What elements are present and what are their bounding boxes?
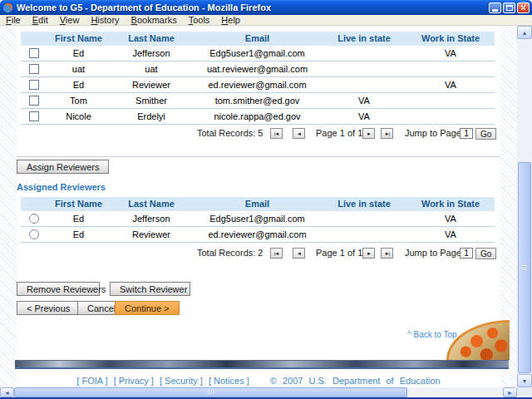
vertical-scrollbar[interactable]: ▲ ▼ (517, 26, 532, 387)
cell-last-name: Jefferson (110, 46, 193, 62)
continue-button[interactable]: Continue > (115, 301, 180, 315)
cell-first-name: Tom (47, 93, 110, 109)
back-to-top-label: Back to Top (413, 330, 456, 339)
cell-email: Edg5user1@gmail.com (193, 46, 322, 62)
previous-button[interactable]: < Previous (17, 301, 80, 315)
window-title: Welcome to G5 - Department of Education … (17, 2, 487, 12)
next-page-icon: ► (367, 131, 371, 136)
total-records-label: Total Records: 5 (197, 126, 263, 140)
cell-email: nicole.rappa@ed.gov (193, 109, 322, 125)
menu-file[interactable]: File (0, 15, 27, 26)
available-reviewers-table: First Name Last Name Email Live in state… (21, 32, 495, 125)
available-pagination: Total Records: 5 |◄ ◄ Page 1 of 1 ► ►| J… (0, 126, 517, 140)
cell-email: uat.reviewer@gmail.com (193, 62, 322, 77)
menu-history[interactable]: History (85, 15, 125, 26)
back-to-top-link[interactable]: ^ Back to Top (407, 330, 457, 339)
cell-email: tom.smither@ed.gov (193, 93, 322, 109)
previous-page-button[interactable]: ◄ (293, 128, 305, 139)
jump-to-page-input[interactable] (460, 248, 473, 259)
cell-last-name: Reviewer (110, 227, 193, 243)
row-checkbox[interactable] (29, 96, 39, 106)
column-header-select (21, 197, 47, 211)
first-page-button[interactable]: |◄ (270, 128, 283, 139)
vertical-scrollbar-thumb[interactable] (518, 162, 531, 373)
copyright-text: © 2007 U.S. Department of Education (270, 376, 441, 386)
minimize-icon (492, 9, 498, 12)
menu-tools[interactable]: Tools (183, 15, 216, 26)
cell-first-name: Ed (47, 46, 110, 62)
go-button[interactable]: Go (475, 248, 496, 259)
cell-work-in-state: VA (406, 77, 495, 93)
cell-email: ed.reviewer@gmail.com (193, 77, 322, 93)
menu-edit[interactable]: Edit (27, 15, 54, 26)
menu-bookmarks[interactable]: Bookmarks (126, 15, 183, 26)
row-checkbox[interactable] (29, 80, 39, 90)
section-divider (17, 156, 500, 157)
row-select-cell (21, 62, 47, 77)
row-select-cell (21, 227, 47, 243)
cell-last-name: Smither (110, 93, 193, 109)
jump-to-page-label: Jump to Page (405, 246, 461, 260)
caret-up-icon: ^ (407, 330, 411, 339)
cell-last-name: Erdelyi (110, 109, 193, 125)
column-header-work-in-state: Work in State (406, 197, 495, 211)
horizontal-scrollbar[interactable]: ◄ ► (0, 387, 517, 397)
maximize-button[interactable] (503, 2, 515, 13)
column-header-work-in-state: Work in State (406, 32, 495, 46)
browser-window: Welcome to G5 - Department of Education … (0, 0, 532, 399)
row-radio[interactable] (29, 229, 39, 239)
last-page-button[interactable]: ►| (381, 248, 393, 259)
scroll-right-button[interactable]: ► (503, 387, 517, 397)
arrow-left-icon: ◄ (4, 390, 10, 396)
horizontal-scrollbar-thumb[interactable] (14, 387, 407, 397)
row-radio[interactable] (29, 214, 39, 224)
row-checkbox[interactable] (29, 111, 39, 121)
cell-email: ed.reviewer@gmail.com (193, 227, 322, 243)
next-page-button[interactable]: ► (362, 128, 375, 139)
security-link[interactable]: [ Security ] (160, 376, 203, 386)
cell-first-name: Ed (47, 211, 110, 227)
page-content: First Name Last Name Email Live in state… (0, 26, 517, 387)
last-page-button[interactable]: ►| (381, 128, 393, 139)
cell-work-in-state (406, 109, 495, 125)
switch-reviewer-button[interactable]: Switch Reviewer (110, 282, 190, 296)
last-page-icon: ►| (385, 251, 390, 256)
notices-link[interactable]: [ Notices ] (209, 376, 249, 386)
next-page-button[interactable]: ► (362, 248, 375, 259)
cell-email: Edg5user1@gmail.com (193, 211, 322, 227)
cell-first-name: Ed (47, 77, 110, 93)
cell-work-in-state: VA (406, 227, 495, 243)
menu-help[interactable]: Help (215, 15, 246, 26)
arrow-down-icon: ▼ (522, 378, 528, 384)
cell-live-in-state (322, 211, 406, 227)
go-button[interactable]: Go (475, 128, 496, 140)
scroll-up-button[interactable]: ▲ (517, 26, 532, 39)
row-checkbox[interactable] (29, 48, 39, 58)
remove-reviewers-button[interactable]: Remove Reviewers (17, 282, 100, 296)
arrow-right-icon: ► (507, 390, 513, 396)
row-select-cell (21, 109, 47, 125)
jump-to-page-label: Jump to Page (405, 126, 461, 140)
privacy-link[interactable]: [ Privacy ] (114, 376, 154, 386)
assign-reviewers-button[interactable]: Assign Reviewers (17, 160, 109, 174)
scroll-down-button[interactable]: ▼ (517, 374, 532, 387)
row-checkbox[interactable] (29, 64, 39, 74)
jump-to-page-input[interactable] (460, 128, 473, 139)
footer-gradient-bar (15, 360, 509, 369)
foia-link[interactable]: [ FOIA ] (76, 376, 107, 386)
scroll-left-button[interactable]: ◄ (0, 387, 14, 397)
column-header-select (21, 32, 47, 46)
cell-live-in-state (322, 46, 406, 62)
arrow-up-icon: ▲ (522, 30, 528, 36)
row-select-cell (21, 211, 47, 227)
assigned-pagination: Total Records: 2 |◄ ◄ Page 1 of 1 ► ►| J… (0, 246, 517, 260)
previous-page-button[interactable]: ◄ (293, 248, 305, 259)
first-page-button[interactable]: |◄ (270, 248, 283, 259)
column-header-email: Email (193, 197, 322, 211)
menu-view[interactable]: View (54, 15, 86, 26)
maximize-icon (506, 5, 513, 11)
cell-first-name: Ed (47, 227, 110, 243)
minimize-button[interactable] (489, 2, 501, 13)
column-header-live-in-state: Live in state (322, 197, 406, 211)
cell-live-in-state: VA (322, 109, 406, 125)
